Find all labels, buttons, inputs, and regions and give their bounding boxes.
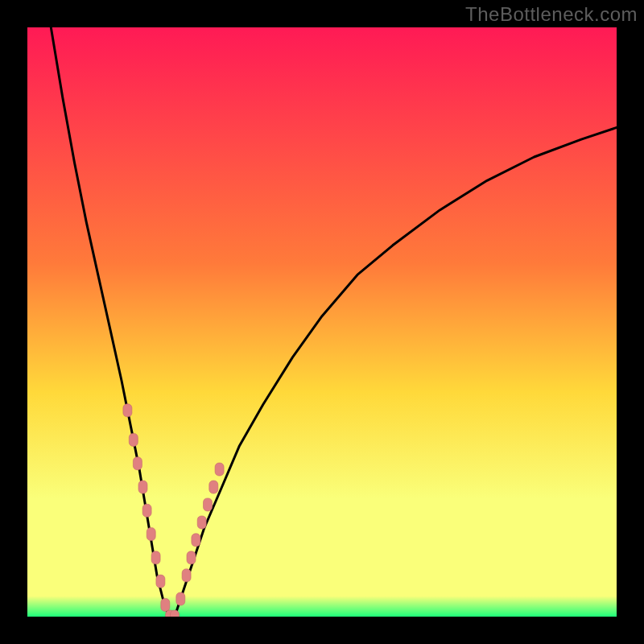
watermark-text: TheBottleneck.com xyxy=(465,3,638,26)
highlight-marker xyxy=(176,592,185,605)
highlight-marker xyxy=(204,498,213,511)
highlight-marker xyxy=(129,433,138,446)
highlight-marker xyxy=(133,457,142,470)
highlight-marker xyxy=(156,575,165,588)
highlight-marker xyxy=(209,481,218,493)
bottleneck-plot-svg xyxy=(27,27,617,617)
highlight-marker xyxy=(142,504,151,517)
highlight-marker xyxy=(151,551,160,564)
gradient-background xyxy=(27,27,617,617)
highlight-marker xyxy=(171,610,180,617)
highlight-marker xyxy=(182,569,191,582)
plot-area xyxy=(27,27,617,617)
highlight-marker xyxy=(197,516,206,529)
highlight-marker xyxy=(161,598,170,611)
chart-frame: TheBottleneck.com xyxy=(0,0,644,644)
highlight-marker xyxy=(138,481,147,493)
highlight-marker xyxy=(123,404,132,417)
highlight-marker xyxy=(147,528,155,541)
highlight-marker xyxy=(192,534,200,547)
highlight-marker xyxy=(215,463,224,476)
highlight-marker xyxy=(187,551,196,564)
